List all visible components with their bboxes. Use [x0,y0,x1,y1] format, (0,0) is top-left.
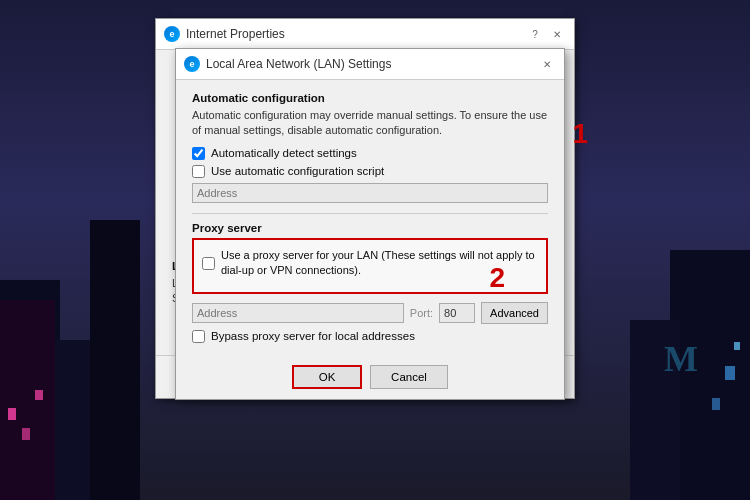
proxy-address-field[interactable] [192,303,404,323]
lan-cancel-button[interactable]: Cancel [370,365,448,389]
auto-script-checkbox[interactable] [192,165,205,178]
section-divider [192,213,548,214]
advanced-button[interactable]: Advanced [481,302,548,324]
auto-config-address-field[interactable] [192,183,548,203]
lan-close-button[interactable]: ✕ [538,55,556,73]
auto-config-desc: Automatic configuration may override man… [192,108,548,139]
port-label: Port: [410,307,433,319]
proxy-port-field[interactable] [439,303,475,323]
outer-dialog-title: Internet Properties [186,27,285,41]
proxy-section-title: Proxy server [192,222,548,234]
lan-ie-icon: e [184,56,200,72]
lan-ok-button[interactable]: OK [292,365,362,389]
outer-title-controls: ? ✕ [526,25,566,43]
lan-dialog-title: Local Area Network (LAN) Settings [206,57,391,71]
proxy-fields-row: Port: Advanced [192,302,548,324]
bypass-row: Bypass proxy server for local addresses [192,330,548,343]
use-proxy-checkbox[interactable] [202,257,215,270]
step-1-marker: 1 [572,118,588,150]
bypass-checkbox[interactable] [192,330,205,343]
proxy-checkbox-row: Use a proxy server for your LAN (These s… [202,248,538,279]
outer-title-left: e Internet Properties [164,26,285,42]
auto-script-label: Use automatic configuration script [211,165,384,177]
outer-close-button[interactable]: ✕ [548,25,566,43]
lan-settings-dialog: e Local Area Network (LAN) Settings ✕ Au… [175,48,565,400]
auto-script-row: Use automatic configuration script [192,165,548,178]
lan-body: Automatic configuration Automatic config… [176,80,564,355]
step-2-marker: 2 [489,262,505,294]
lan-title-bar: e Local Area Network (LAN) Settings ✕ [176,49,564,80]
auto-detect-label: Automatically detect settings [211,147,357,159]
auto-detect-checkbox[interactable] [192,147,205,160]
bypass-label: Bypass proxy server for local addresses [211,330,415,342]
lan-dialog-buttons: OK Cancel [176,355,564,399]
auto-config-section-title: Automatic configuration [192,92,548,104]
auto-detect-row: Automatically detect settings [192,147,548,160]
internet-properties-title-bar: e Internet Properties ? ✕ [156,19,574,50]
help-button[interactable]: ? [526,25,544,43]
ie-icon: e [164,26,180,42]
lan-title-left: e Local Area Network (LAN) Settings [184,56,391,72]
